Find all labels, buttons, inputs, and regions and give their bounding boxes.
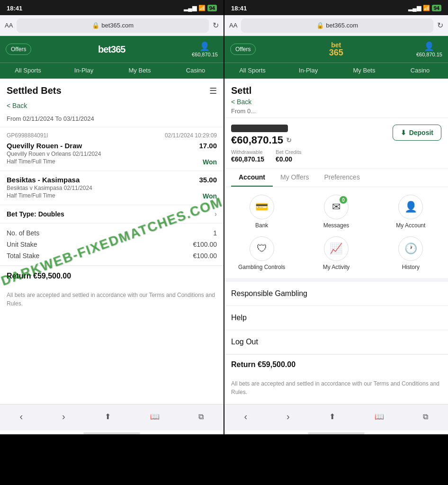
browser-url-left[interactable]: 🔒 bet365.com [17, 18, 209, 33]
balance-refresh-icon[interactable]: ↻ [286, 136, 292, 144]
browser-aa-left[interactable]: AA [5, 22, 13, 29]
history-icon: 🕐 [398, 236, 423, 261]
back-link-left[interactable]: < Back [0, 100, 224, 113]
grid-gambling-controls[interactable]: 🛡 Gambling Controls [228, 236, 295, 270]
grid-bank[interactable]: 💳 Bank [228, 195, 295, 229]
nav-header-left: Offers bet365 👤 €60,870.15 [0, 36, 224, 63]
account-grid: 💳 Bank ✉ 0 Messages 👤 My Accou [224, 187, 448, 278]
nav-forward-left[interactable]: › [62, 411, 65, 422]
tab-account[interactable]: Account [231, 169, 273, 187]
return-box-left: Return €59,500.00 [0, 265, 224, 286]
bet-type-row[interactable]: Bet Type: Doubles › [0, 205, 224, 223]
deposit-button[interactable]: ⬇ Deposit [393, 125, 441, 141]
lock-icon-right: 🔒 [316, 22, 324, 29]
grid-my-account[interactable]: 👤 My Account [377, 195, 444, 229]
status-bar-left: 18:41 ▂▄▆ 📶 94 [0, 0, 224, 15]
bottom-bar-right: ‹ › ⬆ 📖 ⧉ [224, 404, 448, 431]
subnav-inplay-right[interactable]: In-Play [280, 63, 336, 79]
logout-item[interactable]: Log Out [224, 330, 448, 354]
unit-stake-row: Unit Stake €100.00 [7, 239, 217, 250]
match2-row: Besiktas - Kasimpasa 35.00 [7, 176, 217, 184]
total-stake-label: Total Stake [7, 252, 39, 260]
browser-refresh-right[interactable]: ↻ [437, 21, 443, 30]
no-bets-label: No. of Bets [7, 229, 39, 237]
browser-bar-left: AA 🔒 bet365.com ↻ [0, 15, 224, 36]
logo-right: bet 365 [329, 42, 343, 57]
subnav-casino-left[interactable]: Casino [168, 63, 224, 79]
subnav-casino-right[interactable]: Casino [392, 63, 448, 79]
grid-my-activity[interactable]: 📈 My Activity [303, 236, 369, 270]
nav-tabs-left[interactable]: ⧉ [198, 413, 204, 421]
bet-type-chevron: › [215, 210, 217, 218]
offers-button-right[interactable]: Offers [230, 44, 256, 55]
time-right: 18:41 [231, 5, 247, 12]
browser-refresh-left[interactable]: ↻ [213, 21, 219, 30]
match1-odds: 17.00 [199, 142, 217, 150]
nav-bookmarks-right[interactable]: 📖 [375, 412, 384, 421]
match2-item: Besiktas - Kasimpasa 35.00 Besiktas v Ka… [0, 171, 224, 205]
nav-bookmarks-left[interactable]: 📖 [150, 412, 160, 421]
user-icon-left: 👤 [199, 41, 210, 52]
withdrawable-item: Withdrawable €60,870.15 [231, 149, 264, 163]
from-text-right: From 0... [231, 108, 441, 117]
subnav-mybets-left[interactable]: My Bets [112, 63, 168, 79]
bet-date: 02/11/2024 10:29:09 [165, 132, 217, 139]
browser-aa-right[interactable]: AA [229, 22, 237, 29]
status-bar-right: 18:41 ▂▄▆ 📶 94 [224, 0, 448, 15]
bet-type-label: Bet Type: Doubles [7, 210, 64, 218]
tab-preferences[interactable]: Preferences [316, 169, 367, 187]
match1-detail: Quevilly Rouen v Orleans 02/11/2024 [7, 151, 217, 157]
page-content-left: DARKWEB-FIXEDMATCHES.COM Settled Bets ☰ … [0, 79, 224, 404]
balance-left: €60,870.15 ↻ Withdrawable €60,870.15 Bet… [231, 125, 302, 163]
responsible-gambling-item[interactable]: Responsible Gambling [224, 282, 448, 306]
nav-share-left[interactable]: ⬆ [105, 412, 111, 421]
logo-left: bet365 [98, 44, 125, 55]
bet-id: GP6998884091I [7, 132, 48, 139]
match2-name: Besiktas - Kasimpasa [7, 176, 80, 184]
account-tabs: Account My Offers Preferences [224, 169, 448, 187]
match1-result: Won [203, 158, 217, 166]
subnav-inplay-left[interactable]: In-Play [56, 63, 112, 79]
account-panel: €60,870.15 ↻ Withdrawable €60,870.15 Bet… [224, 117, 448, 354]
subnav-all-sports-right[interactable]: All Sports [224, 63, 280, 79]
back-link-right[interactable]: < Back [231, 96, 441, 108]
browser-url-right[interactable]: 🔒 bet365.com [241, 18, 433, 33]
sub-nav-right: All Sports In-Play My Bets Casino [224, 63, 448, 79]
account-icon-left[interactable]: 👤 €60,870.15 [192, 41, 218, 57]
grid-history[interactable]: 🕐 History [377, 236, 444, 270]
date-range-left: From 02/11/2024 To 03/11/2024 [0, 113, 224, 127]
nav-forward-right[interactable]: › [287, 411, 290, 422]
return-text-left: Return €59,500.00 [7, 272, 71, 280]
tab-my-offers[interactable]: My Offers [273, 169, 316, 187]
menu-section: Responsible Gambling Help Log Out [224, 278, 448, 354]
nav-back-right[interactable]: ‹ [244, 411, 247, 422]
menu-icon-left[interactable]: ☰ [209, 86, 217, 96]
account-icon-right[interactable]: 👤 €60,870.15 [416, 41, 442, 57]
unit-stake-value: €100.00 [193, 241, 217, 248]
deposit-icon: ⬇ [401, 129, 406, 136]
return-box-right: Return €59,500.00 [224, 354, 448, 375]
subnav-all-sports-left[interactable]: All Sports [0, 63, 56, 79]
wifi-icon: 📶 [198, 5, 206, 11]
match2-result: Won [203, 192, 217, 200]
match2-odds: 35.00 [199, 176, 217, 184]
masked-name [231, 125, 288, 132]
signal-icon-right: ▂▄▆ [408, 5, 421, 11]
grid-messages[interactable]: ✉ 0 Messages [303, 195, 369, 229]
lock-icon-left: 🔒 [92, 22, 99, 29]
help-item[interactable]: Help [224, 306, 448, 330]
bet-item-header: GP6998884091I 02/11/2024 10:29:09 [7, 132, 217, 139]
nav-share-right[interactable]: ⬆ [329, 412, 335, 421]
time-left: 18:41 [7, 5, 22, 12]
page-title-left: Settled Bets [7, 85, 62, 96]
browser-bar-right: AA 🔒 bet365.com ↻ [224, 15, 448, 36]
nav-back-left[interactable]: ‹ [19, 411, 23, 422]
offers-button-left[interactable]: Offers [6, 44, 31, 55]
nav-tabs-right[interactable]: ⧉ [423, 413, 428, 421]
return-text-right: Return €59,500.00 [231, 360, 296, 368]
disclaimer-left: All bets are accepted and settled in acc… [0, 286, 224, 315]
balance-sub: Withdrawable €60,870.15 Bet Credits €0.0… [231, 149, 302, 163]
subnav-mybets-right[interactable]: My Bets [336, 63, 392, 79]
settled-title-right: Settl [231, 85, 441, 96]
page-header-left: Settled Bets ☰ [0, 79, 224, 100]
